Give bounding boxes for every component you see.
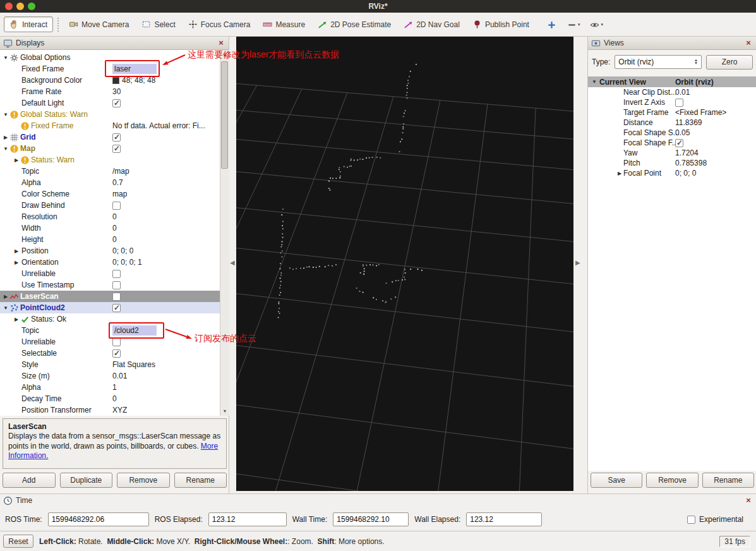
checkbox[interactable] [675, 139, 683, 147]
value-height[interactable]: 0 [112, 234, 117, 245]
checkbox[interactable] [112, 338, 121, 346]
display-row-pointcloud2[interactable]: ▼PointCloud2 [0, 302, 220, 313]
value-resolution[interactable]: 0 [112, 211, 117, 222]
display-row-frame-rate[interactable]: Frame Rate30 [0, 86, 220, 97]
current-view-row[interactable]: ▼ Current View Orbit (rviz) [588, 76, 756, 87]
value-orientation[interactable]: 0; 0; 0; 1 [112, 257, 142, 268]
zero-button[interactable]: Zero [706, 55, 753, 70]
view-row-pitch[interactable]: Pitch0.785398 [588, 158, 756, 168]
value-position[interactable]: 0; 0; 0 [112, 245, 133, 257]
checkbox[interactable] [112, 270, 121, 278]
value-decay-time[interactable]: 0 [112, 393, 117, 404]
value-position-transformer[interactable]: XYZ [112, 404, 127, 416]
window-maximize-button[interactable] [28, 3, 35, 10]
displays-scrollbar[interactable]: ▲ ▼ [220, 50, 229, 416]
remove-button[interactable]: Remove [646, 473, 698, 488]
expand-arrow-icon[interactable]: ▶ [13, 248, 20, 254]
value-alpha[interactable]: 0.7 [112, 177, 123, 188]
value-size-m[interactable]: 0.01 [112, 370, 127, 382]
value-invert-z-axis[interactable] [675, 99, 683, 107]
display-row-fixed-frame[interactable]: Fixed FrameNo tf data. Actual error: Fi.… [0, 120, 220, 131]
value-pitch[interactable]: 0.785398 [675, 159, 707, 167]
display-row-default-light[interactable]: Default Light [0, 97, 220, 109]
wall-elapsed-input[interactable] [466, 512, 542, 526]
rename-button[interactable]: Rename [702, 473, 754, 488]
value-focal-shape-s[interactable]: 0.05 [675, 128, 690, 137]
ros-elapsed-input[interactable] [208, 512, 287, 526]
tool-2d-nav-goal[interactable]: 2D Nav Goal [398, 16, 465, 32]
checkbox[interactable] [112, 304, 121, 312]
checkbox[interactable] [112, 281, 121, 289]
expand-arrow-icon[interactable]: ▶ [616, 171, 623, 176]
display-row-decay-time[interactable]: Decay Time0 [0, 393, 220, 404]
spinner-arrows-icon[interactable]: ▲▼ [694, 59, 698, 65]
view-row-invert-z-axis[interactable]: Invert Z Axis [588, 97, 756, 107]
tool-move-camera[interactable]: Move Camera [63, 16, 135, 32]
display-row-position[interactable]: ▶Position0; 0; 0 [0, 245, 220, 257]
checkbox[interactable] [112, 293, 121, 301]
checkbox[interactable] [112, 202, 121, 210]
value-laserscan[interactable] [112, 291, 121, 302]
value-draw-behind[interactable] [112, 200, 121, 211]
display-row-laserscan[interactable]: ▶LaserScan [0, 291, 220, 302]
remove-tool-button[interactable]: ▾ [565, 18, 582, 31]
view-row-near-clip-dist[interactable]: Near Clip Dist...0.01 [588, 87, 756, 97]
window-minimize-button[interactable] [16, 3, 24, 10]
display-row-width[interactable]: Width0 [0, 222, 220, 234]
collapse-arrow-icon[interactable]: ▼ [2, 305, 9, 311]
collapse-arrow-icon[interactable]: ▼ [2, 112, 9, 118]
views-close-button[interactable]: × [744, 39, 753, 47]
save-button[interactable]: Save [591, 473, 642, 488]
add-button[interactable]: Add [3, 473, 56, 488]
value-use-timestamp[interactable] [112, 279, 121, 291]
value-grid[interactable] [112, 131, 121, 143]
value-frame-rate[interactable]: 30 [112, 86, 121, 97]
displays-close-button[interactable]: × [217, 39, 225, 47]
value-map[interactable] [112, 143, 121, 154]
tool-2d-pose-estimate[interactable]: 2D Pose Estimate [312, 16, 397, 32]
display-row-unreliable[interactable]: Unreliable [0, 268, 220, 279]
expand-arrow-icon[interactable]: ▶ [13, 260, 20, 265]
display-row-use-timestamp[interactable]: Use Timestamp [0, 279, 220, 291]
value-selectable[interactable] [112, 348, 121, 359]
collapse-arrow-icon[interactable]: ▼ [591, 79, 598, 85]
display-row-map[interactable]: ▼Map [0, 143, 220, 154]
display-row-style[interactable]: StyleFlat Squares [0, 359, 220, 370]
collapse-arrow-icon[interactable]: ▼ [2, 146, 9, 152]
checkbox[interactable] [112, 349, 121, 358]
view-row-yaw[interactable]: Yaw1.7204 [588, 148, 756, 158]
value-alpha[interactable]: 1 [112, 382, 117, 393]
expand-arrow-icon[interactable]: ▶ [2, 294, 9, 300]
value-target-frame[interactable]: <Fixed Frame> [675, 108, 726, 117]
checkbox[interactable] [112, 133, 121, 142]
value-topic[interactable]: /map [112, 166, 129, 177]
display-row-draw-behind[interactable]: Draw Behind [0, 200, 220, 211]
value-style[interactable]: Flat Squares [112, 359, 155, 370]
view-type-dropdown[interactable]: Orbit (rviz) ▲▼ [615, 55, 702, 69]
tool-publish-point[interactable]: Publish Point [467, 16, 535, 32]
reset-button[interactable]: Reset [3, 535, 33, 548]
display-row-position-transformer[interactable]: Position TransformerXYZ [0, 404, 220, 416]
display-row-alpha[interactable]: Alpha0.7 [0, 177, 220, 188]
view-row-focal-shape-s[interactable]: Focal Shape S...0.05 [588, 128, 756, 138]
display-row-height[interactable]: Height0 [0, 234, 220, 245]
scrollbar-thumb[interactable] [221, 61, 228, 169]
value-pointcloud2[interactable] [112, 302, 121, 313]
experimental-checkbox[interactable] [687, 516, 695, 524]
add-tool-button[interactable] [545, 18, 559, 31]
remove-button[interactable]: Remove [117, 473, 170, 488]
scroll-down-arrow-icon[interactable]: ▼ [220, 407, 229, 415]
time-close-button[interactable]: × [744, 496, 753, 505]
value-width[interactable]: 0 [112, 222, 117, 234]
display-row-color-scheme[interactable]: Color Schememap [0, 188, 220, 200]
display-row-size-m[interactable]: Size (m)0.01 [0, 370, 220, 382]
value-distance[interactable]: 11.8369 [675, 118, 702, 127]
rename-button[interactable]: Rename [174, 473, 227, 488]
value-yaw[interactable]: 1.7204 [675, 148, 699, 157]
duplicate-button[interactable]: Duplicate [60, 473, 113, 488]
checkbox[interactable] [112, 99, 121, 107]
ros-time-input[interactable] [48, 512, 149, 526]
display-row-global-status-warn[interactable]: ▼Global Status: Warn [0, 109, 220, 120]
expand-arrow-icon[interactable]: ▶ [13, 317, 20, 322]
expand-arrow-icon[interactable]: ▶ [2, 135, 9, 140]
